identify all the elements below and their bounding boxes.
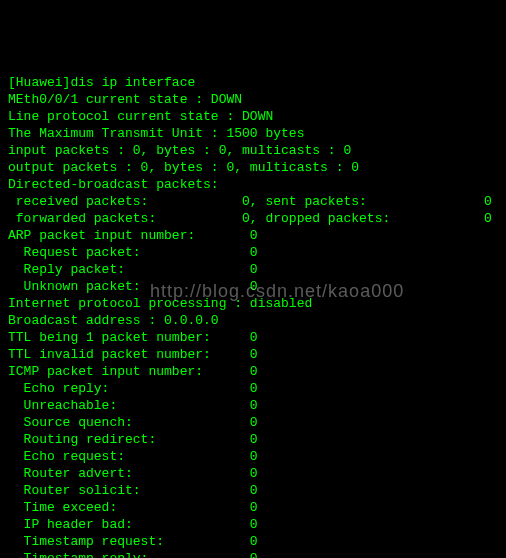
- output-line: Internet protocol processing : disabled: [8, 296, 312, 311]
- output-line: Timestamp reply: 0: [8, 551, 258, 558]
- output-line: Reply packet: 0: [8, 262, 258, 277]
- output-line: TTL invalid packet number: 0: [8, 347, 258, 362]
- output-line: Router advert: 0: [8, 466, 258, 481]
- output-line: Unreachable: 0: [8, 398, 258, 413]
- terminal-output: [Huawei]dis ip interface MEth0/0/1 curre…: [8, 74, 498, 558]
- output-line: Routing redirect: 0: [8, 432, 258, 447]
- output-line: input packets : 0, bytes : 0, multicasts…: [8, 143, 351, 158]
- output-line: received packets: 0, sent packets: 0: [8, 194, 492, 209]
- output-line: IP header bad: 0: [8, 517, 258, 532]
- output-line: The Maximum Transmit Unit : 1500 bytes: [8, 126, 304, 141]
- output-line: Directed-broadcast packets:: [8, 177, 219, 192]
- output-line: Unknown packet: 0: [8, 279, 258, 294]
- output-line: Echo request: 0: [8, 449, 258, 464]
- output-line: MEth0/0/1 current state : DOWN: [8, 92, 242, 107]
- prompt: [Huawei]: [8, 75, 70, 90]
- command[interactable]: dis ip interface: [70, 75, 195, 90]
- output-line: Time exceed: 0: [8, 500, 258, 515]
- output-line: TTL being 1 packet number: 0: [8, 330, 258, 345]
- output-line: Timestamp request: 0: [8, 534, 258, 549]
- output-line: Broadcast address : 0.0.0.0: [8, 313, 219, 328]
- output-line: Echo reply: 0: [8, 381, 258, 396]
- output-line: Request packet: 0: [8, 245, 258, 260]
- output-line: ARP packet input number: 0: [8, 228, 258, 243]
- output-line: Router solicit: 0: [8, 483, 258, 498]
- output-line: output packets : 0, bytes : 0, multicast…: [8, 160, 359, 175]
- output-line: Line protocol current state : DOWN: [8, 109, 273, 124]
- output-line: forwarded packets: 0, dropped packets: 0: [8, 211, 492, 226]
- output-line: Source quench: 0: [8, 415, 258, 430]
- output-line: ICMP packet input number: 0: [8, 364, 258, 379]
